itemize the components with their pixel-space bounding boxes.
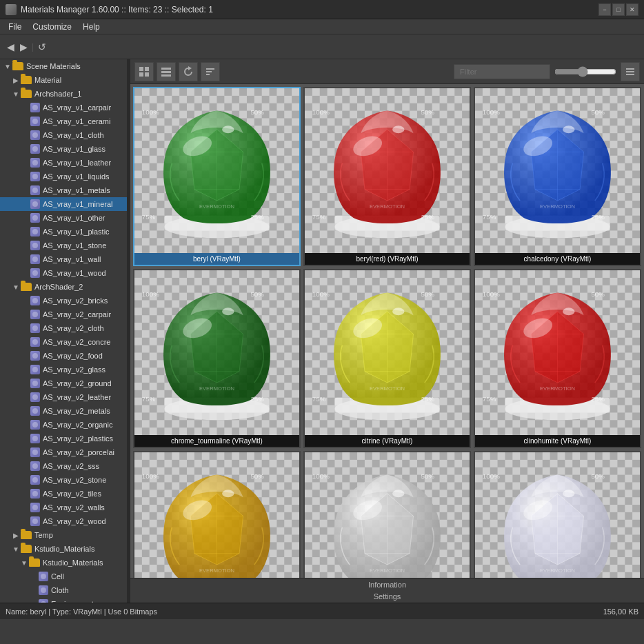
material-icon — [30, 103, 40, 112]
sidebar-item-k-environment[interactable]: Environment — [0, 597, 127, 603]
tree-item-label: AS_vray_v2_porcelai — [43, 448, 114, 456]
sidebar-item-as-v1-wall[interactable]: AS_vray_v1_wall — [0, 252, 127, 266]
sidebar-item-as-v1-cloth[interactable]: AS_vray_v1_cloth — [0, 128, 127, 142]
sidebar-item-as-v1-liquids[interactable]: AS_vray_v1_liquids — [0, 170, 127, 183]
folder-icon — [21, 76, 32, 84]
toggle-icon[interactable]: ▶ — [11, 530, 21, 540]
material-card-beryl[interactable]: 100% 75% 50% 25% EVERMOTION beryl (VRayM… — [133, 87, 301, 266]
sidebar-item-as-v2-wood[interactable]: AS_vray_v2_wood — [0, 514, 127, 528]
sidebar-item-as-v2-organic[interactable]: AS_vray_v2_organic — [0, 418, 127, 432]
zoom-slider[interactable] — [554, 66, 616, 77]
sidebar-item-as-v1-leather[interactable]: AS_vray_v1_leather — [0, 156, 127, 170]
sidebar-item-as-v2-bricks[interactable]: AS_vray_v2_bricks — [0, 294, 127, 308]
svg-rect-6 — [161, 74, 171, 77]
material-card-crystal[interactable]: 100% 75% 50% 25% EVERMOTION crystal (VRa… — [303, 451, 471, 578]
material-card-crysoberyl[interactable]: 100% 75% 50% 25% EVERMOTION crysoberyl (… — [133, 451, 301, 578]
sidebar-item-archshader2[interactable]: ▼ ArchShader_2 — [0, 280, 127, 294]
sidebar-item-as-v1-wood[interactable]: AS_vray_v1_wood — [0, 266, 127, 280]
close-button[interactable]: ✕ — [626, 3, 638, 16]
sidebar-item-k-cloth[interactable]: Cloth — [0, 583, 127, 597]
sidebar-item-as-v2-ground[interactable]: AS_vray_v2_ground — [0, 376, 127, 390]
sidebar-item-k-cell[interactable]: Cell — [0, 570, 127, 583]
sidebar-item-as-v2-tiles[interactable]: AS_vray_v2_tiles — [0, 487, 127, 501]
sidebar-item-as-v1-ceramic[interactable]: AS_vray_v1_cerami — [0, 114, 127, 128]
svg-point-21 — [222, 125, 234, 133]
toggle-icon[interactable]: ▼ — [11, 544, 21, 554]
tree-item-label: AS_vray_v1_cerami — [43, 117, 110, 125]
sidebar-item-kstudio-sub[interactable]: ▼ Kstudio_Materials — [0, 556, 127, 570]
back-button[interactable]: ◀ — [4, 40, 17, 54]
content-toolbar — [130, 59, 644, 84]
sort-button[interactable] — [201, 62, 220, 81]
forward-button[interactable]: ▶ — [17, 40, 30, 54]
toggle-icon[interactable]: ▼ — [3, 61, 12, 71]
information-row[interactable]: Information — [130, 578, 644, 591]
toggle-icon[interactable]: ▼ — [11, 282, 21, 292]
sidebar-item-as-v1-carpaint[interactable]: AS_vray_v1_carpair — [0, 101, 127, 114]
toggle-icon[interactable]: ▼ — [11, 89, 21, 99]
material-card-diamond[interactable]: 100% 75% 50% 25% EVERMOTION diamond (VRa… — [474, 451, 641, 578]
sidebar-item-as-v2-leather[interactable]: AS_vray_v2_leather — [0, 390, 127, 404]
sidebar-item-as-v2-glass[interactable]: AS_vray_v2_glass — [0, 363, 127, 376]
sidebar-item-temp[interactable]: ▶ Temp — [0, 528, 127, 542]
svg-text:25%: 25% — [591, 577, 605, 578]
material-icon — [39, 572, 48, 581]
svg-text:75%: 75% — [312, 577, 326, 578]
svg-text:25%: 25% — [250, 213, 264, 221]
tree-item-label: AS_vray_v1_carpair — [43, 103, 111, 112]
menu-file[interactable]: File — [3, 21, 27, 33]
sidebar-item-as-v2-metals[interactable]: AS_vray_v2_metals — [0, 404, 127, 418]
materials-grid-area[interactable]: 100% 75% 50% 25% EVERMOTION beryl (VRayM… — [130, 84, 644, 578]
sidebar-item-as-v2-porcelain[interactable]: AS_vray_v2_porcelai — [0, 445, 127, 459]
tree-item-label: AS_vray_v2_bricks — [43, 296, 108, 305]
material-thumbnail: 100% 75% 50% 25% EVERMOTION — [475, 452, 640, 578]
svg-text:EVERMOTION: EVERMOTION — [370, 385, 405, 392]
maximize-button[interactable]: □ — [612, 3, 625, 16]
sidebar-item-as-v1-minerals[interactable]: AS_vray_v1_mineral — [0, 197, 127, 211]
sidebar-item-as-v2-food[interactable]: AS_vray_v2_food — [0, 349, 127, 363]
svg-text:100%: 100% — [312, 472, 330, 480]
refresh-button[interactable]: ↺ — [35, 40, 49, 54]
material-icon — [30, 489, 40, 499]
filter-input[interactable] — [454, 64, 550, 79]
status-bar: Name: beryl | Type: VRayMtl | Use 0 Bitm… — [0, 603, 644, 619]
sidebar-item-as-v2-plastics[interactable]: AS_vray_v2_plastics — [0, 432, 127, 445]
material-card-citrine[interactable]: 100% 75% 50% 25% EVERMOTION citrine (VRa… — [303, 269, 471, 448]
minimize-button[interactable]: − — [598, 3, 611, 16]
sidebar-item-as-v1-other[interactable]: AS_vray_v1_other — [0, 211, 127, 225]
sidebar-item-archshader1[interactable]: ▼ Archshader_1 — [0, 87, 127, 101]
toolbar-icons — [134, 62, 220, 81]
options-button[interactable] — [621, 62, 640, 81]
view-list-button[interactable] — [157, 62, 176, 81]
sidebar-item-as-v1-stone[interactable]: AS_vray_v1_stone — [0, 239, 127, 252]
sidebar-item-as-v2-walls[interactable]: AS_vray_v2_walls — [0, 501, 127, 514]
sidebar-item-as-v1-plastics[interactable]: AS_vray_v1_plastic — [0, 225, 127, 239]
tree-item-label: AS_vray_v1_plastic — [43, 228, 110, 236]
svg-text:100%: 100% — [312, 290, 330, 298]
sidebar-item-as-v1-glass[interactable]: AS_vray_v1_glass — [0, 142, 127, 156]
sidebar-item-scene-materials[interactable]: ▼ Scene Materials — [0, 59, 127, 73]
sidebar-item-as-v1-metals[interactable]: AS_vray_v1_metals — [0, 183, 127, 197]
sidebar-item-as-v2-carpaint[interactable]: AS_vray_v2_carpair — [0, 308, 127, 321]
menu-help[interactable]: Help — [77, 21, 105, 33]
sidebar-item-as-v2-sss[interactable]: AS_vray_v2_sss — [0, 459, 127, 473]
toggle-icon[interactable]: ▼ — [19, 558, 29, 567]
material-card-beryl-red[interactable]: 100% 75% 50% 25% EVERMOTION beryl(red) (… — [303, 87, 471, 266]
material-thumbnail: 100% 75% 50% 25% EVERMOTION — [305, 88, 470, 253]
svg-text:50%: 50% — [591, 472, 605, 480]
toggle-icon[interactable]: ▶ — [11, 75, 21, 85]
status-text: Name: beryl | Type: VRayMtl | Use 0 Bitm… — [6, 607, 157, 616]
view-grid-button[interactable] — [134, 62, 154, 81]
settings-row[interactable]: Settings — [130, 591, 644, 603]
material-card-chrome-tourmaline[interactable]: 100% 75% 50% 25% EVERMOTION chrome_tourm… — [133, 269, 301, 448]
sidebar-tree: ▼ Scene Materials ▶ Material ▼ Archshade… — [0, 59, 127, 603]
material-card-clinohumite[interactable]: 100% 75% 50% 25% EVERMOTION clinohumite … — [474, 269, 641, 448]
sidebar-item-as-v2-stone[interactable]: AS_vray_v2_stone — [0, 473, 127, 487]
sidebar-item-material[interactable]: ▶ Material — [0, 73, 127, 87]
material-card-chalcedony[interactable]: 100% 75% 50% 25% EVERMOTION chalcedony (… — [474, 87, 641, 266]
sidebar-item-as-v2-cloth[interactable]: AS_vray_v2_cloth — [0, 321, 127, 335]
sidebar-item-as-v2-concrete[interactable]: AS_vray_v2_concre — [0, 335, 127, 349]
refresh-view-button[interactable] — [179, 62, 198, 81]
menu-customize[interactable]: Customize — [27, 21, 77, 33]
sidebar-item-kstudio-materials[interactable]: ▼ Kstudio_Materials — [0, 542, 127, 556]
